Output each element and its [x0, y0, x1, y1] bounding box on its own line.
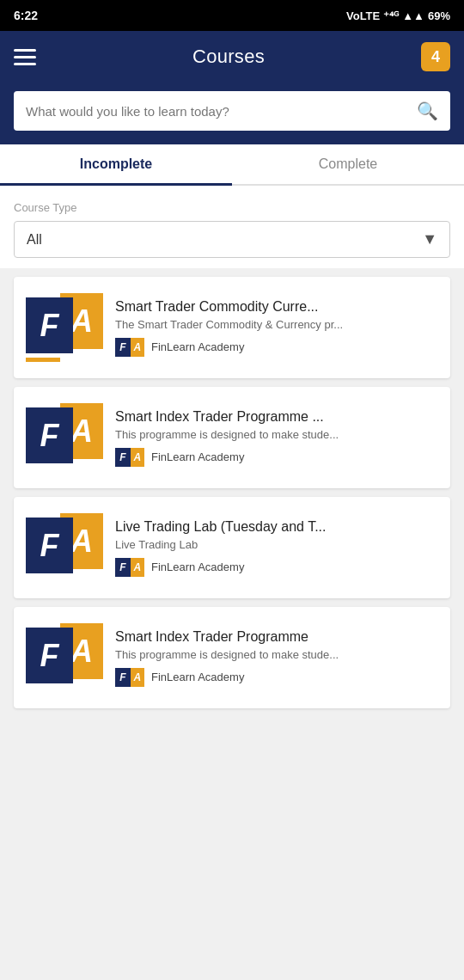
course-logo: F A — [26, 619, 103, 696]
course-logo: F A — [26, 289, 103, 366]
search-icon[interactable]: 🔍 — [417, 101, 438, 121]
filter-label: Course Type — [14, 201, 450, 214]
fa-f-letter: F — [26, 297, 73, 353]
course-card[interactable]: F A Smart Trader Commodity Curre... The … — [14, 277, 450, 378]
network-icon: ⁺⁴ᴳ — [383, 9, 399, 22]
signal-icon: ▲▲ — [402, 9, 424, 22]
course-title: Smart Index Trader Programme ... — [115, 409, 438, 425]
search-bar: 🔍 — [0, 83, 464, 144]
fa-small-a: A — [131, 668, 144, 687]
provider-logo-small: F A — [115, 558, 144, 577]
status-time: 6:22 — [14, 9, 38, 22]
provider-name: FinLearn Academy — [151, 560, 244, 573]
fa-f-letter: F — [26, 518, 73, 573]
course-type-selected: All — [27, 232, 42, 248]
search-input-wrapper: 🔍 — [14, 91, 450, 131]
fa-small-a: A — [131, 558, 144, 577]
provider-name: FinLearn Academy — [151, 450, 244, 463]
provider-logo-small: F A — [115, 338, 144, 357]
course-description: This programme is designed to make stude… — [115, 648, 438, 661]
fa-small-f: F — [115, 668, 131, 687]
tabs: Incomplete Complete — [0, 144, 464, 186]
course-provider: F A FinLearn Academy — [115, 668, 438, 687]
notification-badge[interactable]: 4 — [421, 42, 450, 71]
tab-incomplete[interactable]: Incomplete — [0, 144, 232, 184]
search-input[interactable] — [26, 104, 417, 119]
course-logo: F A — [26, 399, 103, 476]
course-description: Live Trading Lab — [115, 538, 438, 551]
tab-complete[interactable]: Complete — [232, 144, 464, 184]
fa-small-f: F — [115, 558, 131, 577]
course-card[interactable]: F A Smart Index Trader Programme This pr… — [14, 607, 450, 708]
fa-f-letter: F — [26, 407, 73, 463]
provider-logo-small: F A — [115, 448, 144, 467]
provider-logo-small: F A — [115, 668, 144, 687]
filter-section: Course Type All ▼ — [0, 186, 464, 268]
fa-small-f: F — [115, 338, 131, 357]
chevron-down-icon: ▼ — [422, 230, 437, 248]
course-description: This programme is designed to make stude… — [115, 428, 438, 441]
header: Courses 4 — [0, 31, 464, 83]
course-card[interactable]: F A Smart Index Trader Programme ... Thi… — [14, 387, 450, 488]
page-title: Courses — [192, 46, 265, 68]
progress-bar — [26, 358, 60, 362]
course-provider: F A FinLearn Academy — [115, 448, 438, 467]
course-info: Smart Trader Commodity Curre... The Smar… — [115, 299, 438, 357]
course-provider: F A FinLearn Academy — [115, 558, 438, 577]
course-description: The Smart Trader Commodity & Currency pr… — [115, 318, 438, 331]
courses-list: F A Smart Trader Commodity Curre... The … — [0, 268, 464, 717]
provider-name: FinLearn Academy — [151, 340, 244, 353]
fa-small-f: F — [115, 448, 131, 467]
course-title: Live Trading Lab (Tuesday and T... — [115, 519, 438, 535]
menu-button[interactable] — [14, 49, 36, 65]
battery-level: 69% — [428, 9, 450, 22]
course-info: Live Trading Lab (Tuesday and T... Live … — [115, 519, 438, 577]
fa-f-letter: F — [26, 628, 73, 683]
course-title: Smart Trader Commodity Curre... — [115, 299, 438, 315]
course-info: Smart Index Trader Programme ... This pr… — [115, 409, 438, 467]
course-title: Smart Index Trader Programme — [115, 629, 438, 645]
status-bar-right: VoLTE ⁺⁴ᴳ ▲▲ 69% — [346, 9, 450, 22]
course-info: Smart Index Trader Programme This progra… — [115, 629, 438, 687]
bottom-space — [0, 717, 464, 803]
course-logo: F A — [26, 509, 103, 586]
course-card[interactable]: F A Live Trading Lab (Tuesday and T... L… — [14, 497, 450, 598]
volte-icon: VoLTE — [346, 9, 380, 22]
status-bar: 6:22 VoLTE ⁺⁴ᴳ ▲▲ 69% — [0, 0, 464, 31]
course-type-dropdown[interactable]: All ▼ — [14, 221, 450, 258]
fa-small-a: A — [131, 448, 144, 467]
provider-name: FinLearn Academy — [151, 671, 244, 683]
course-provider: F A FinLearn Academy — [115, 338, 438, 357]
fa-small-a: A — [131, 338, 144, 357]
